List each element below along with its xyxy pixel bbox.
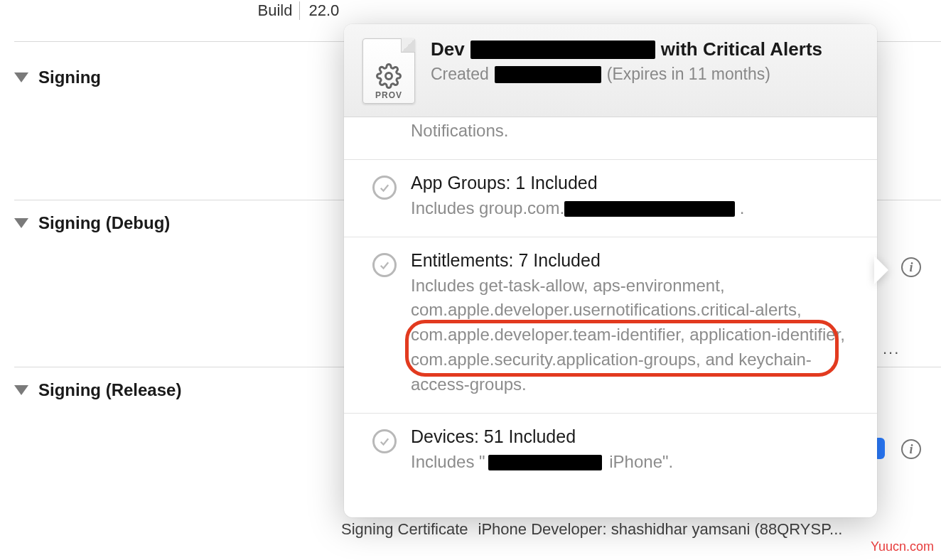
section-title: Signing [38,68,101,87]
app-groups-prefix: Includes group.com. [411,198,564,217]
item-detail: Includes " iPhone". [411,450,860,475]
section-title: Signing (Release) [38,380,181,400]
created-label: Created [431,65,489,84]
popover-item-devices: Devices: 51 Included Includes " iPhone". [344,413,877,490]
popover-title: Dev with Critical Alerts [431,38,859,60]
redacted-text [488,455,602,470]
prov-icon-label: PROV [363,90,414,100]
signing-certificate-label: Signing Certificate [341,520,468,539]
popover-subtitle: Created (Expires in 11 months) [431,65,859,84]
checkmark-icon [372,429,397,453]
signing-certificate-value: iPhone Developer: shashidhar yamsani (88… [478,520,843,539]
ellipsis-label: ... [883,340,900,358]
info-icon[interactable]: i [901,257,921,277]
item-detail: Includes group.com. . [411,196,860,221]
app-groups-suffix: . [735,198,744,217]
item-detail: Includes get-task-allow, aps-environment… [411,274,860,397]
chevron-down-icon[interactable] [14,385,28,395]
redacted-text [564,201,735,217]
devices-suffix: iPhone". [605,452,674,471]
chevron-down-icon[interactable] [14,218,28,228]
popover-item-entitlements: Entitlements: 7 Included Includes get-ta… [344,237,877,413]
item-title: Devices: 51 Included [411,426,860,447]
popover-item-app-groups: App Groups: 1 Included Includes group.co… [344,159,877,237]
item-title: Entitlements: 7 Included [411,250,860,271]
checkmark-icon [372,176,397,200]
expires-text: (Expires in 11 months) [607,65,770,84]
popover-item-notifications: Notifications. [344,117,877,159]
provisioning-popover: PROV Dev with Critical Alerts Created (E… [344,24,877,517]
checkmark-icon [372,253,397,277]
info-icon[interactable]: i [901,439,921,459]
popover-body[interactable]: Notifications. App Groups: 1 Included In… [344,117,877,517]
svg-point-0 [386,73,392,80]
signing-certificate-row: Signing Certificate iPhone Developer: sh… [341,520,842,539]
section-title: Signing (Debug) [38,213,170,233]
watermark: Yuucn.com [871,539,934,554]
item-title: App Groups: 1 Included [411,173,860,193]
gear-icon [376,63,402,89]
popover-header: PROV Dev with Critical Alerts Created (E… [344,24,877,117]
popover-arrow [876,256,896,284]
redacted-text [470,41,655,59]
title-prefix: Dev [431,38,465,60]
title-suffix: with Critical Alerts [661,38,822,60]
chevron-down-icon[interactable] [14,72,28,82]
item-detail: Notifications. [411,119,508,144]
redacted-text [495,66,601,83]
devices-prefix: Includes " [411,452,485,471]
provisioning-profile-icon: PROV [362,38,415,104]
